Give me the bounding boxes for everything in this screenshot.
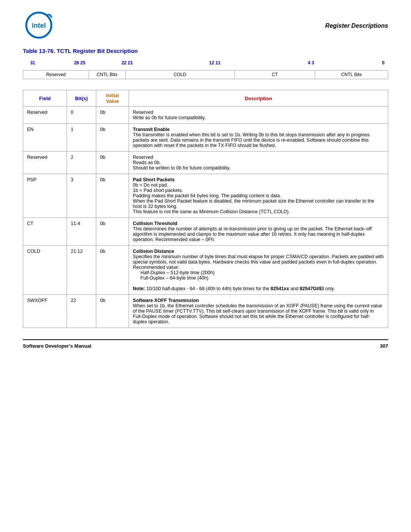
page-header: intel Register Descriptions xyxy=(23,11,388,40)
bit-cntl-low: CNTL Bits xyxy=(315,70,388,79)
bit-num-4-3: 4 3 xyxy=(308,60,314,66)
field-swxoff: SWXOFF xyxy=(23,295,67,328)
bit-diagram: 31 26 25 22 21 12 11 4 3 0 Reserved CNTL… xyxy=(23,60,388,79)
footer-left: Software Developer's Manual xyxy=(23,343,91,349)
field-en: EN xyxy=(23,124,67,152)
desc-cold-title: Collision Distance xyxy=(133,249,174,254)
desc-cold: Collision Distance Specifies the minimum… xyxy=(129,246,388,295)
initial-0b-7: 0b xyxy=(96,295,129,328)
bits-1: 1 xyxy=(67,124,96,152)
intel-logo: intel xyxy=(23,11,55,40)
field-psp: PSP xyxy=(23,174,67,218)
table-row: CT 11:4 0b Collision Threshold This dete… xyxy=(23,218,388,246)
desc-reserved-1: Reserved Write as 0b for future compatib… xyxy=(129,107,388,124)
table-row: Reserved 2 0b Reserved Reads as 0b. Shou… xyxy=(23,152,388,174)
desc-ct: Collision Threshold This determines the … xyxy=(129,218,388,246)
desc-psp: Pad Short Packets 0b = Do not pad. 1b = … xyxy=(129,174,388,218)
th-bits: Bit(s) xyxy=(67,90,96,107)
field-ct: CT xyxy=(23,218,67,246)
bits-0: 0 xyxy=(67,107,96,124)
table-row: PSP 3 0b Pad Short Packets 0b = Do not p… xyxy=(23,174,388,218)
description-table: Field Bit(s) InitialValue Description Re… xyxy=(23,90,388,328)
initial-0b-6: 0b xyxy=(96,246,129,295)
th-description: Description xyxy=(129,90,388,107)
desc-ct-title: Collision Threshold xyxy=(133,221,177,226)
header-title: Register Descriptions xyxy=(325,22,388,29)
bit-cold: COLD xyxy=(125,70,235,79)
th-initial: InitialValue xyxy=(96,90,129,107)
initial-0b-3: 0b xyxy=(96,152,129,174)
bits-3: 3 xyxy=(67,174,96,218)
bit-num-22-21: 22 21 xyxy=(121,60,133,66)
table-row: Reserved 0 0b Reserved Write as 0b for f… xyxy=(23,107,388,124)
svg-text:intel: intel xyxy=(32,22,46,29)
bit-num-0: 0 xyxy=(382,60,385,66)
bit-reserved: Reserved xyxy=(23,70,89,79)
desc-psp-title: Pad Short Packets xyxy=(133,177,175,182)
initial-0b-1: 0b xyxy=(96,107,129,124)
table-row: COLD 21:12 0b Collision Distance Specifi… xyxy=(23,246,388,295)
table-title: Table 13-76. TCTL Register Bit Descripti… xyxy=(23,48,388,54)
desc-swxoff: Software XOFF Transmission When set to 1… xyxy=(129,295,388,328)
desc-reserved-2: Reserved Reads as 0b. Should be written … xyxy=(129,152,388,174)
bits-2: 2 xyxy=(67,152,96,174)
footer-page: 307 xyxy=(380,343,388,349)
bit-num-31: 31 xyxy=(30,60,35,66)
field-reserved-1: Reserved xyxy=(23,107,67,124)
page-footer: Software Developer's Manual 307 xyxy=(23,339,388,349)
desc-swxoff-title: Software XOFF Transmission xyxy=(133,298,199,303)
field-reserved-2: Reserved xyxy=(23,152,67,174)
bit-num-12-11: 12 11 xyxy=(209,60,221,66)
initial-0b-5: 0b xyxy=(96,218,129,246)
bits-11-4: 11:4 xyxy=(67,218,96,246)
table-row: SWXOFF 22 0b Software XOFF Transmission … xyxy=(23,295,388,328)
bits-21-12: 21:12 xyxy=(67,246,96,295)
desc-en: Transmit Enable The transmitter is enabl… xyxy=(129,124,388,152)
th-field: Field xyxy=(23,90,67,107)
desc-en-title: Transmit Enable xyxy=(133,127,170,132)
initial-0b-2: 0b xyxy=(96,124,129,152)
bit-cntl-high: CNTL Bits xyxy=(89,70,125,79)
bit-ct: CT xyxy=(235,70,315,79)
field-cold: COLD xyxy=(23,246,67,295)
table-row: EN 1 0b Transmit Enable The transmitter … xyxy=(23,124,388,152)
bit-table: Reserved CNTL Bits COLD CT CNTL Bits xyxy=(23,70,388,79)
bits-22: 22 xyxy=(67,295,96,328)
initial-0b-4: 0b xyxy=(96,174,129,218)
bit-num-26-25: 26 25 xyxy=(74,60,85,66)
